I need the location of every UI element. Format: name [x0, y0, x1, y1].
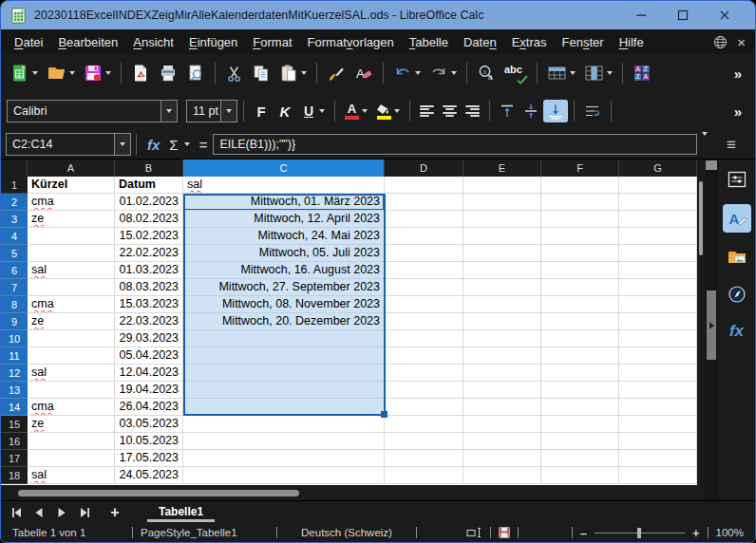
add-sheet-button[interactable]: + [104, 504, 126, 521]
cell-D5[interactable] [385, 245, 463, 262]
underline-button[interactable]: U [297, 101, 329, 122]
cell-B9[interactable]: 22.03.2023 [115, 313, 183, 330]
cell-E18[interactable] [463, 467, 541, 484]
cell-G16[interactable] [619, 433, 697, 450]
cell-F4[interactable] [541, 228, 619, 245]
name-box[interactable]: C2:C14 [6, 133, 131, 156]
insert-column-dropdown-arrow[interactable] [607, 71, 613, 75]
cell-D4[interactable] [385, 228, 463, 245]
cell-A13[interactable] [28, 382, 115, 399]
horizontal-scrollbar[interactable] [1, 485, 697, 500]
cell-G3[interactable] [619, 211, 697, 228]
align-right-button[interactable] [462, 103, 483, 121]
bold-button[interactable]: F [250, 101, 273, 122]
sort-button[interactable]: AZZA [629, 61, 655, 85]
print-preview-button[interactable] [182, 61, 209, 85]
sidebar-gallery-icon[interactable] [725, 245, 749, 270]
cell-A9[interactable]: ze [28, 313, 115, 330]
cell-E17[interactable] [463, 450, 541, 467]
cell-G5[interactable] [619, 245, 697, 262]
cell-F10[interactable] [541, 330, 619, 347]
sidebar-navigator-icon[interactable] [725, 282, 749, 307]
menu-item-extras[interactable]: Extras [504, 32, 555, 52]
cell-D14[interactable] [385, 399, 463, 416]
cell-F18[interactable] [541, 467, 619, 484]
zoom-slider-handle[interactable] [637, 528, 641, 538]
underline-dropdown-arrow[interactable] [319, 109, 325, 113]
cell-D18[interactable] [385, 467, 463, 484]
zoom-level[interactable]: 100% [716, 527, 744, 538]
redo-dropdown-arrow[interactable] [451, 71, 457, 75]
cell-E4[interactable] [463, 228, 541, 245]
cell-A16[interactable] [28, 433, 115, 450]
cell-A10[interactable] [28, 330, 115, 347]
cell-A5[interactable] [28, 245, 115, 262]
cell-F17[interactable] [541, 450, 619, 467]
cell-E15[interactable] [463, 416, 541, 433]
cell-C8[interactable]: Mittwoch, 08. November 2023 [183, 296, 385, 313]
row-header-10[interactable]: 10 [1, 330, 28, 347]
row-header-15[interactable]: 15 [1, 416, 28, 433]
previous-sheet-button[interactable] [29, 504, 48, 521]
cell-E11[interactable] [463, 347, 541, 365]
cell-E6[interactable] [463, 262, 541, 279]
cell-C15[interactable] [183, 416, 385, 433]
cell-F13[interactable] [541, 382, 619, 399]
undo-dropdown-arrow[interactable] [415, 71, 421, 75]
cell-G11[interactable] [619, 347, 697, 365]
align-center-button[interactable] [439, 103, 461, 121]
cell-D13[interactable] [385, 382, 463, 399]
cell-D10[interactable] [385, 330, 463, 347]
align-top-button[interactable] [496, 101, 519, 122]
select-function-dropdown-arrow[interactable] [184, 142, 190, 146]
cell-A2[interactable]: cma [28, 194, 115, 211]
paste-dropdown-arrow[interactable] [301, 71, 307, 75]
cell-F6[interactable] [541, 262, 619, 279]
print-button[interactable] [155, 61, 181, 85]
cell-C12[interactable] [183, 365, 385, 382]
row-header-14[interactable]: 14 [1, 399, 28, 416]
open-dropdown-arrow[interactable] [69, 71, 75, 75]
column-header-G[interactable]: G [619, 159, 697, 177]
cell-E13[interactable] [463, 382, 541, 399]
cell-G4[interactable] [619, 228, 697, 245]
center-vertically-button[interactable] [520, 101, 542, 122]
row-header-11[interactable]: 11 [1, 347, 28, 365]
cell-G9[interactable] [619, 313, 697, 330]
cell-A11[interactable] [28, 347, 115, 365]
next-sheet-button[interactable] [52, 504, 71, 521]
horizontal-scrollbar-thumb[interactable] [18, 490, 299, 496]
row-header-1[interactable]: 1 [1, 177, 28, 194]
cell-E7[interactable] [463, 279, 541, 296]
cell-E9[interactable] [463, 313, 541, 330]
menu-item-fenster[interactable]: Fenster [555, 32, 612, 52]
cell-A15[interactable]: ze [28, 416, 115, 433]
selection-mode-icon[interactable] [466, 527, 482, 538]
menu-item-format[interactable]: Format [245, 32, 299, 52]
sidebar-properties-icon[interactable] [725, 167, 749, 192]
cell-B14[interactable]: 26.04.2023 [115, 399, 183, 416]
toolbar-overflow-icon[interactable]: » [727, 103, 749, 120]
cell-G15[interactable] [619, 416, 697, 433]
menu-item-bearbeiten[interactable]: Bearbeiten [50, 32, 125, 52]
sheet-tab-tabelle1[interactable]: Tabelle1 [147, 503, 215, 522]
cell-D7[interactable] [385, 279, 463, 296]
cell-C16[interactable] [183, 433, 385, 450]
cell-A1[interactable]: Kürzel [28, 177, 115, 194]
cell-B2[interactable]: 01.02.2023 [115, 194, 183, 211]
minimize-button[interactable] [620, 1, 662, 29]
cell-C7[interactable]: Mittwoch, 27. September 2023 [183, 279, 385, 296]
cell-B17[interactable]: 17.05.2023 [115, 450, 183, 467]
cell-G2[interactable] [619, 194, 697, 211]
wrap-text-button[interactable] [580, 102, 605, 122]
row-header-6[interactable]: 6 [1, 262, 28, 279]
cell-A8[interactable]: cma [28, 296, 115, 313]
cell-A3[interactable]: ze [28, 211, 115, 228]
menu-item-hilfe[interactable]: Hilfe [612, 32, 652, 52]
cell-C18[interactable] [183, 467, 385, 484]
column-header-C[interactable]: C [183, 159, 385, 177]
row-header-12[interactable]: 12 [1, 365, 28, 382]
insert-row-dropdown-arrow[interactable] [570, 71, 576, 75]
cell-F11[interactable] [541, 347, 619, 365]
cell-G13[interactable] [619, 382, 697, 399]
